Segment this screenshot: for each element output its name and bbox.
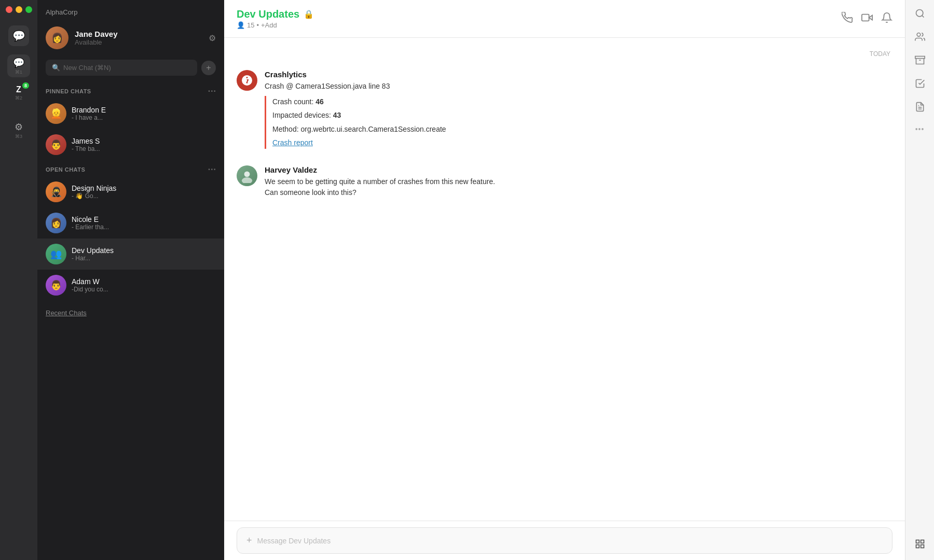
design-ninjas-info: Design Ninjas - 👋 Go...	[72, 184, 216, 200]
crash-count-value: 46	[315, 97, 324, 106]
logo-icon: 💬	[12, 30, 25, 42]
impacted-line: Impacted devices: 43	[272, 109, 892, 121]
more-options-button[interactable]: •••	[915, 125, 925, 133]
adam-info: Adam W -Did you co...	[72, 277, 216, 293]
open-chats-more-button[interactable]: ⋯	[208, 164, 216, 174]
window-controls	[6, 6, 32, 13]
user-profile-row: 👩 Jane Davey Available ⚙	[37, 20, 224, 55]
pinned-chats-more-button[interactable]: ⋯	[208, 86, 216, 96]
crashlytics-sender: Crashlytics	[265, 70, 892, 79]
docs-button[interactable]	[915, 102, 925, 115]
contacts-badge: 8	[22, 82, 29, 89]
message-block-harvey: Harvey Valdez We seem to be getting quit…	[237, 165, 892, 198]
crash-count-line: Crash count: 46	[272, 96, 892, 107]
dev-updates-info: Dev Updates - Har...	[72, 246, 216, 262]
sidebar: AlphaCorp 👩 Jane Davey Available ⚙ 🔍 New…	[37, 0, 224, 560]
app-logo: 💬	[8, 25, 29, 46]
method-label: Method:	[272, 125, 299, 133]
open-chat-dev-updates[interactable]: 👥 Dev Updates - Har...	[37, 239, 224, 270]
pinned-chat-james[interactable]: 👨 James S - The ba...	[37, 129, 224, 160]
chat-title: Dev Updates 🔒	[237, 8, 835, 20]
pinned-chats-label: PINNED CHATS	[46, 88, 91, 94]
recent-chats-link[interactable]: Recent Chats	[37, 301, 224, 325]
brandon-name: Brandon E	[72, 106, 216, 114]
svg-rect-13	[921, 540, 924, 543]
lock-icon: 🔒	[304, 9, 314, 19]
adam-avatar: 👨	[46, 275, 66, 296]
grid-view-button[interactable]	[915, 539, 925, 552]
svg-rect-15	[916, 545, 919, 548]
notifications-button[interactable]	[881, 12, 892, 26]
tasks-button[interactable]	[915, 78, 925, 91]
message-placeholder: Message Dev Updates	[257, 537, 331, 545]
dev-updates-avatar: 👥	[46, 244, 66, 264]
svg-rect-12	[916, 540, 919, 543]
nicole-preview: - Earlier tha...	[72, 223, 216, 231]
harvey-text-line1: We seem to be getting quite a number of …	[265, 176, 892, 187]
chat-input-area: + Message Dev Updates	[224, 521, 905, 560]
crashlytics-message-content: Crashlytics Crash @ Camera1Session.java …	[265, 70, 892, 151]
user-status: Available	[75, 38, 202, 46]
harvey-avatar	[237, 165, 257, 186]
dev-updates-name: Dev Updates	[72, 246, 216, 255]
video-call-button[interactable]	[861, 12, 873, 26]
svg-point-7	[917, 33, 921, 37]
chat-title-text: Dev Updates	[237, 8, 299, 20]
harvey-text-line2: Can someone look into this?	[265, 187, 892, 198]
nav-item-chat[interactable]: 💬 ⌘1	[7, 54, 30, 77]
nicole-name: Nicole E	[72, 215, 216, 223]
attach-button[interactable]: +	[246, 535, 252, 546]
svg-marker-0	[869, 15, 872, 20]
pinned-chats-header: PINNED CHATS ⋯	[37, 82, 224, 98]
search-row: 🔍 New Chat (⌘N) +	[37, 55, 224, 82]
new-chat-button[interactable]: +	[201, 61, 216, 75]
nav-item-settings[interactable]: ⚙ ⌘3	[7, 119, 30, 142]
impacted-value: 43	[333, 111, 341, 119]
svg-point-3	[244, 171, 250, 177]
search-placeholder: New Chat (⌘N)	[63, 64, 111, 72]
chat-icon: 💬	[13, 57, 24, 68]
search-input[interactable]: 🔍 New Chat (⌘N)	[46, 60, 197, 76]
minimize-button[interactable]	[16, 6, 22, 13]
voice-call-button[interactable]	[842, 12, 853, 26]
brandon-preview: - I have a...	[72, 114, 216, 121]
james-name: James S	[72, 137, 216, 145]
crash-count-label: Crash count:	[272, 97, 313, 106]
open-chat-design-ninjas[interactable]: 🥷 Design Ninjas - 👋 Go...	[37, 176, 224, 207]
dev-updates-preview: - Har...	[72, 255, 216, 262]
svg-point-4	[242, 177, 252, 183]
harvey-sender: Harvey Valdez	[265, 165, 892, 174]
close-button[interactable]	[6, 6, 12, 13]
icon-bar: 💬 💬 ⌘1 8 Z ⌘2 ⚙ ⌘3	[0, 0, 37, 560]
nav-item-contacts[interactable]: 8 Z ⌘2	[7, 81, 30, 104]
settings-shortcut: ⌘3	[15, 134, 22, 139]
open-chat-nicole[interactable]: 👩 Nicole E - Earlier tha...	[37, 207, 224, 239]
pinned-chat-brandon[interactable]: 👱 Brandon E - I have a...	[37, 98, 224, 129]
members-count: 15	[247, 21, 254, 29]
archive-button[interactable]	[915, 55, 925, 68]
user-name: Jane Davey	[75, 30, 202, 38]
message-input[interactable]: + Message Dev Updates	[237, 527, 892, 554]
company-name: AlphaCorp	[37, 0, 224, 20]
avatar: 👩	[46, 26, 68, 49]
search-button[interactable]	[915, 8, 925, 21]
method-line: Method: org.webrtc.ui.search.Camera1Sess…	[272, 123, 892, 135]
add-members-button[interactable]: +Add	[261, 21, 277, 29]
user-settings-button[interactable]: ⚙	[209, 33, 216, 43]
maximize-button[interactable]	[25, 6, 32, 13]
open-chats-header: OPEN CHATS ⋯	[37, 160, 224, 176]
chat-meta: 👤 15 • +Add	[237, 21, 835, 29]
adam-name: Adam W	[72, 277, 216, 286]
chat-body: TODAY Crashlytics Crash @ Camera1Session…	[224, 38, 905, 521]
adam-preview: -Did you co...	[72, 286, 216, 293]
contacts-icon: Z	[16, 85, 21, 94]
team-button[interactable]	[915, 32, 925, 45]
members-icon: 👤	[237, 21, 245, 29]
header-actions	[842, 12, 892, 26]
message-block-crashlytics: Crashlytics Crash @ Camera1Session.java …	[237, 70, 892, 151]
method-value: org.webrtc.ui.search.Camera1Session.crea…	[300, 125, 446, 133]
svg-rect-1	[862, 14, 869, 21]
nicole-avatar: 👩	[46, 213, 66, 233]
open-chat-adam[interactable]: 👨 Adam W -Did you co...	[37, 270, 224, 301]
crash-report-link[interactable]: Crash report	[272, 138, 313, 147]
